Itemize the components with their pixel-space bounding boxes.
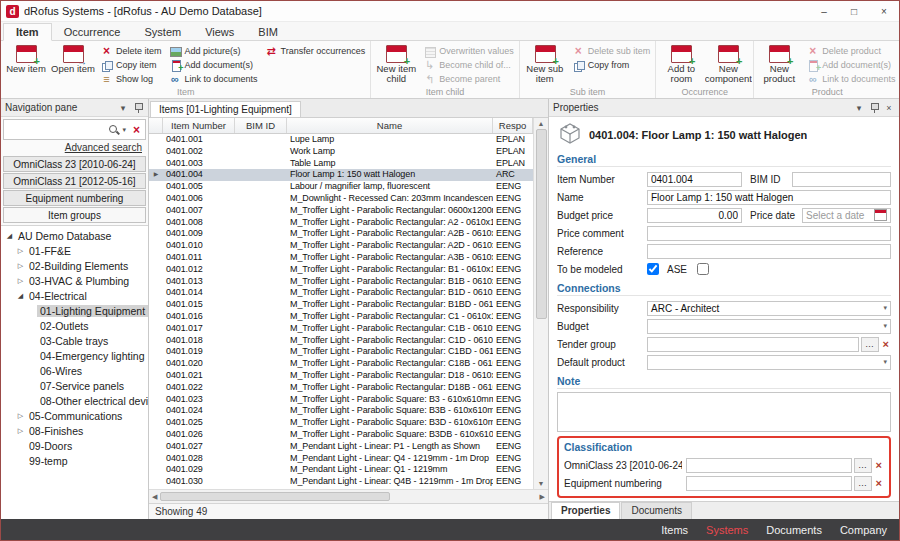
chevron-down-icon[interactable]: ▾ <box>853 103 865 113</box>
tree-item-03-cable-trays[interactable]: 03-Cable trays <box>1 333 148 348</box>
tree-expander-icon[interactable]: ▷ <box>15 247 26 255</box>
calendar-icon[interactable] <box>874 209 887 221</box>
close-button[interactable]: × <box>869 1 899 21</box>
table-row[interactable]: 0401.005Labour / magnifier lamp, fluores… <box>149 181 533 193</box>
search-input[interactable] <box>4 124 108 135</box>
tender-group-browse-button[interactable]: … <box>861 337 879 352</box>
tree-item-09-doors[interactable]: 09-Doors <box>1 438 148 453</box>
new-component-button[interactable]: New component <box>706 42 750 84</box>
table-row[interactable]: 0401.017M_Troffer Light - Parabolic Rect… <box>149 323 533 335</box>
delete-sub-item-button[interactable]: Delete sub item <box>570 44 653 58</box>
tree-expander-icon[interactable]: ◢ <box>4 232 15 240</box>
table-row[interactable]: 0401.006M_Downlight - Recessed Can: 203m… <box>149 193 533 205</box>
tree-item-08-other-electrical-devices[interactable]: 08-Other electrical devices <box>1 393 148 408</box>
tender-group-clear-icon[interactable]: × <box>881 338 891 350</box>
reference-input[interactable] <box>647 244 891 259</box>
table-row[interactable]: 0401.016M_Troffer Light - Parabolic Rect… <box>149 311 533 323</box>
equipment-numbering-clear-icon[interactable]: × <box>874 477 884 489</box>
tree-item-08-finishes[interactable]: ▷08-Finishes <box>1 423 148 438</box>
tree-item-04-emergency-lighting[interactable]: 04-Emergency lighting <box>1 348 148 363</box>
table-row[interactable]: 0401.027M_Pendant Light - Linear: P1 - L… <box>149 441 533 453</box>
ribbon-tab-item[interactable]: Item <box>3 23 52 41</box>
scroll-left-icon[interactable]: ◀ <box>149 491 160 503</box>
chevron-down-icon[interactable]: ▾ <box>117 103 129 113</box>
ribbon-tab-system[interactable]: System <box>132 24 193 40</box>
add-picture-s-button[interactable]: Add picture(s) <box>167 44 260 58</box>
table-row[interactable]: 0401.029M_Pendant Light - Linear: Q1 - 1… <box>149 464 533 476</box>
link-to-documents-button[interactable]: Link to documents <box>804 72 897 86</box>
statusbar-company[interactable]: Company <box>840 524 887 536</box>
column-header-item-number[interactable]: Item Number <box>163 118 235 133</box>
ase-checkbox[interactable] <box>697 263 709 275</box>
new-product-button[interactable]: New product <box>757 42 801 84</box>
ribbon-tab-bim[interactable]: BIM <box>246 24 290 40</box>
column-header-bim-id[interactable]: BIM ID <box>235 118 287 133</box>
link-to-documents-button[interactable]: Link to documents <box>167 72 260 86</box>
vertical-scrollbar-thumb[interactable] <box>536 129 547 319</box>
equipment-numbering-browse-button[interactable]: … <box>854 476 872 491</box>
advanced-search-link[interactable]: Advanced search <box>65 142 142 153</box>
table-row[interactable]: 0401.007M_Troffer Light - Parabolic Rect… <box>149 205 533 217</box>
table-row[interactable]: 0401.021M_Troffer Light - Parabolic Rect… <box>149 370 533 382</box>
column-header-respo[interactable]: Respo <box>493 118 533 133</box>
tender-group-input[interactable] <box>647 337 859 352</box>
omniclass-23-2010-06-24-clear-icon[interactable]: × <box>874 459 884 471</box>
tree-expander-icon[interactable]: ▷ <box>15 412 26 420</box>
search-options-caret-icon[interactable]: ▾ <box>120 126 128 134</box>
nav-button-item-groups[interactable]: Item groups <box>3 207 146 223</box>
search-icon[interactable] <box>108 124 120 136</box>
close-icon[interactable]: × <box>883 103 895 113</box>
table-row[interactable]: 0401.011M_Troffer Light - Parabolic Rect… <box>149 252 533 264</box>
new-item-child-button[interactable]: New item child <box>374 42 418 84</box>
tree-item-02-outlets[interactable]: 02-Outlets <box>1 318 148 333</box>
pin-icon[interactable] <box>868 102 880 114</box>
tree-item-05-communications[interactable]: ▷05-Communications <box>1 408 148 423</box>
statusbar-documents[interactable]: Documents <box>766 524 822 536</box>
table-row[interactable]: 0401.019M_Troffer Light - Parabolic Rect… <box>149 346 533 358</box>
nav-button-omniclass-23-2010-06-24[interactable]: OmniClass 23 [2010-06-24] <box>3 156 146 172</box>
table-row[interactable]: 0401.010M_Troffer Light - Parabolic Rect… <box>149 240 533 252</box>
statusbar-items[interactable]: Items <box>661 524 688 536</box>
budget-select[interactable]: ▾ <box>647 319 891 334</box>
note-input[interactable] <box>557 392 891 432</box>
price-date-input[interactable]: Select a date <box>802 208 891 223</box>
delete-item-button[interactable]: Delete item <box>98 44 164 58</box>
column-header-name[interactable]: Name <box>287 118 493 133</box>
tree-item-01-lighting-equipment[interactable]: 01-Lighting Equipment <box>1 303 148 318</box>
table-row[interactable]: 0401.026M_Troffer Light - Parabolic Squa… <box>149 429 533 441</box>
table-row[interactable]: 0401.009M_Troffer Light - Parabolic Rect… <box>149 228 533 240</box>
name-input[interactable] <box>647 190 891 205</box>
scroll-down-icon[interactable]: ▼ <box>535 478 548 489</box>
vertical-scrollbar[interactable]: ▲ ▼ <box>533 118 548 489</box>
tab-items-lighting-equipment[interactable]: Items [01-Lighting Equipment] <box>150 101 301 117</box>
table-row[interactable]: 0401.025M_Troffer Light - Parabolic Squa… <box>149 417 533 429</box>
delete-product-button[interactable]: Delete product <box>804 44 897 58</box>
table-row[interactable]: 0401.028M_Pendant Light - Linear: Q4 - 1… <box>149 453 533 465</box>
add-to-room-button[interactable]: Add to room <box>659 42 703 84</box>
maximize-button[interactable]: □ <box>839 1 869 21</box>
scroll-up-icon[interactable]: ▲ <box>535 118 548 129</box>
pin-icon[interactable] <box>132 102 144 114</box>
table-row[interactable]: 0401.024M_Troffer Light - Parabolic Squa… <box>149 405 533 417</box>
responsibility-select[interactable]: ARC - Architect ▾ <box>647 301 891 316</box>
tree-item-01-ff-e[interactable]: ▷01-FF&E <box>1 243 148 258</box>
open-item-button[interactable]: Open item <box>51 42 95 84</box>
bim-id-input[interactable] <box>792 172 891 187</box>
become-parent-button[interactable]: Become parent <box>421 72 516 86</box>
search-clear-icon[interactable]: × <box>128 123 145 137</box>
tree-item-03-hvac-plumbing[interactable]: ▷03-HVAC & Plumbing <box>1 273 148 288</box>
table-row[interactable]: 0401.012M_Troffer Light - Parabolic Rect… <box>149 264 533 276</box>
copy-from-button[interactable]: Copy from <box>570 58 653 72</box>
horizontal-scrollbar-thumb[interactable] <box>160 492 390 501</box>
tree-item-04-electrical[interactable]: ◢04-Electrical <box>1 288 148 303</box>
table-row[interactable]: 0401.013M_Troffer Light - Parabolic Rect… <box>149 276 533 288</box>
table-row[interactable]: 0401.020M_Troffer Light - Parabolic Rect… <box>149 358 533 370</box>
table-row[interactable]: 0401.018M_Troffer Light - Parabolic Rect… <box>149 335 533 347</box>
default-product-select[interactable]: ▾ <box>647 355 891 370</box>
omniclass-23-2010-06-24-input[interactable] <box>686 458 852 473</box>
tree-item-06-wires[interactable]: 06-Wires <box>1 363 148 378</box>
new-sub-item-button[interactable]: New sub item <box>523 42 567 84</box>
tree-expander-icon[interactable]: ▷ <box>15 262 26 270</box>
ribbon-tab-occurrence[interactable]: Occurrence <box>52 24 133 40</box>
properties-tab-properties[interactable]: Properties <box>551 502 620 519</box>
